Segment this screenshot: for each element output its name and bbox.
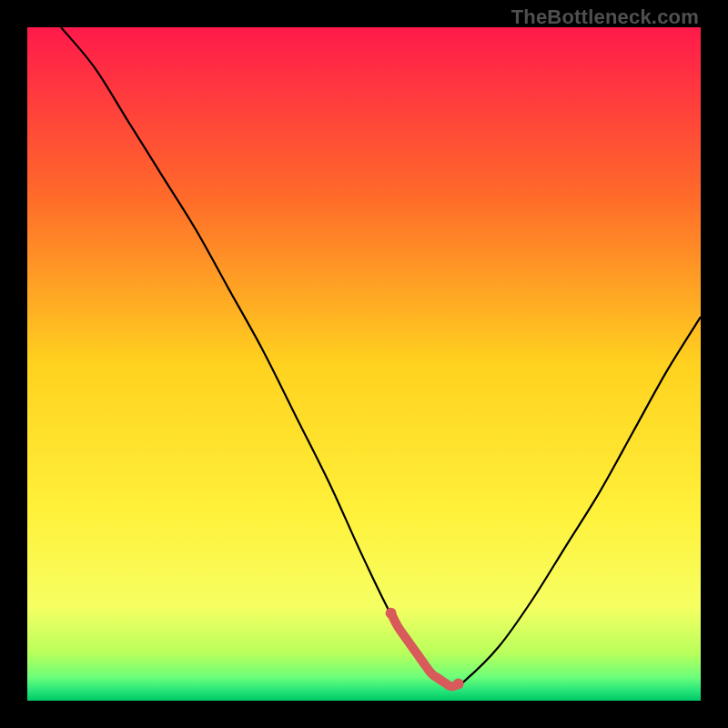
optimal-range-start-dot (386, 608, 397, 619)
watermark-text: TheBottleneck.com (511, 5, 699, 29)
gradient-background (27, 27, 701, 701)
chart-frame: TheBottleneck.com (0, 0, 728, 728)
optimal-range-end-dot (453, 679, 464, 690)
bottleneck-chart (27, 27, 701, 701)
